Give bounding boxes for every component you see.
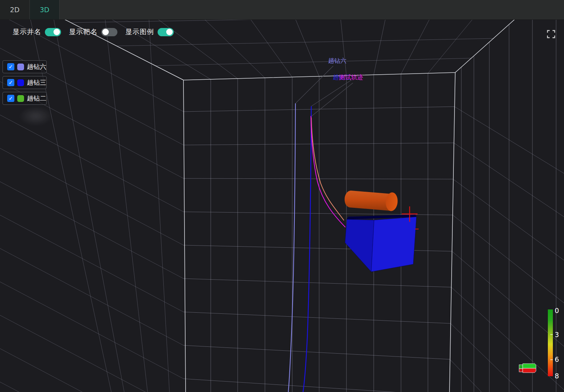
mini-depth-widget (519, 364, 536, 373)
scene-canvas-3d[interactable]: 趟钻六 趟钻三 测试轨迹 (0, 0, 564, 392)
target-box-front (371, 217, 416, 272)
toggle-switch-legend[interactable] (158, 28, 174, 36)
checkbox-checked-icon[interactable]: ✓ (7, 79, 14, 86)
colorbar-tick-8: 8 (555, 373, 559, 379)
toggle-knob (166, 29, 173, 35)
toggle-label-well-names: 显示井名 (13, 27, 41, 37)
colorbar-notch (550, 359, 553, 360)
legend-item-run3[interactable]: ✓ 趟钻三 (3, 76, 47, 89)
checkbox-checked-icon[interactable]: ✓ (7, 95, 14, 102)
trajectory-legend: ✓ 趟钻六 ✓ 趟钻三 ✓ 趟钻二 (3, 60, 47, 105)
toggle-switch-well-names[interactable] (45, 28, 61, 36)
fullscreen-icon (546, 29, 556, 39)
color-swatch (17, 79, 24, 86)
colorbar-tick-3: 3 (555, 331, 559, 338)
color-swatch (17, 64, 24, 70)
legend-item-run6[interactable]: ✓ 趟钻六 (3, 60, 47, 73)
colorbar-notch (550, 334, 553, 335)
toggle-knob (102, 29, 109, 35)
legend-item-label: 趟钻六 (27, 62, 46, 71)
toggle-label-target-names: 显示靶名 (69, 27, 98, 37)
legend-item-label: 趟钻二 (27, 94, 46, 103)
display-toggles-toolbar: 显示井名 显示靶名 显示图例 (13, 27, 174, 37)
watermark-smudge (19, 106, 53, 126)
toggle-knob (53, 29, 60, 35)
fullscreen-button[interactable] (546, 29, 556, 39)
checkbox-checked-icon[interactable]: ✓ (7, 63, 14, 70)
scene-label-run6: 趟钻六 (328, 57, 346, 64)
depth-colorbar: 0 3 6 8 (548, 309, 553, 376)
toggle-group-legend: 显示图例 (125, 27, 174, 37)
tab-bar: 2D 3D (0, 0, 564, 20)
tab-2d[interactable]: 2D (0, 0, 30, 19)
legend-item-run2[interactable]: ✓ 趟钻二 (3, 92, 47, 105)
toggle-switch-target-names[interactable] (101, 28, 117, 36)
toggle-group-target-names: 显示靶名 (69, 27, 117, 37)
color-swatch (17, 95, 24, 102)
scene-label-test-track: 测试轨迹 (339, 74, 363, 81)
legend-item-label: 趟钻三 (27, 78, 46, 87)
well-trajectory-3d-viewer: { "tab_bar": { "tabs": [ {"label": "2D",… (0, 0, 564, 392)
colorbar-tick-0: 0 (555, 307, 559, 314)
toggle-group-well-names: 显示井名 (13, 27, 61, 37)
colorbar-tick-6: 6 (555, 356, 559, 363)
tab-3d[interactable]: 3D (30, 0, 60, 19)
scene-background (0, 0, 564, 392)
toggle-label-legend: 显示图例 (125, 27, 154, 37)
